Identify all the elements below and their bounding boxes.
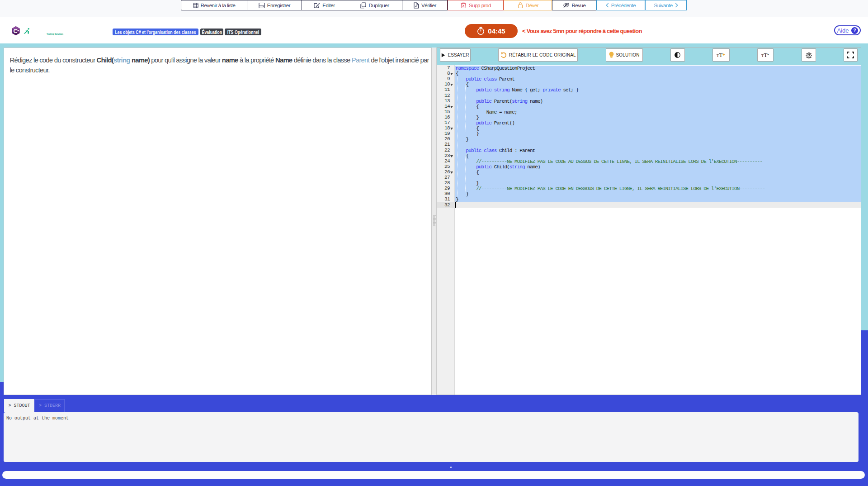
svg-text:C: C	[14, 28, 18, 34]
svg-text:-: -	[768, 52, 769, 57]
svg-text:T: T	[719, 52, 723, 58]
svg-text:+: +	[723, 52, 725, 57]
svg-text:T: T	[764, 52, 768, 58]
svg-text:?: ?	[853, 28, 856, 33]
